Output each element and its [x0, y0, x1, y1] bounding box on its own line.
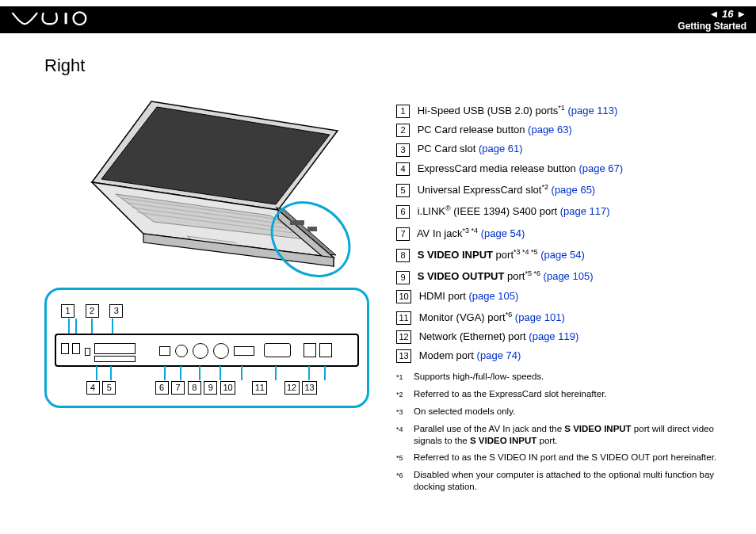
port-item: 12 Network (Ethernet) port (page 119)	[396, 330, 737, 344]
footnote-text: Supports high-/full-/low- speeds.	[414, 371, 544, 383]
footnote: *2Referred to as the ExpressCard slot he…	[396, 388, 737, 401]
item-text: AV In jack*3 *4 (page 54)	[414, 227, 525, 239]
page-link[interactable]: (page 119)	[529, 330, 578, 342]
page-link[interactable]: (page 113)	[568, 105, 618, 116]
item-number: 7	[396, 227, 410, 241]
item-text: Modem port (page 74)	[416, 349, 521, 361]
item-number: 5	[396, 184, 410, 197]
footnote-text: Referred to as the ExpressCard slot here…	[414, 388, 607, 401]
footnote-text: Referred to as the S VIDEO IN port and t…	[414, 452, 716, 464]
vaio-logo	[11, 10, 111, 30]
page-number: 16	[722, 8, 733, 20]
port-item: 9 S VIDEO OUTPUT port*5 *6 (page 105)	[396, 267, 737, 284]
footnote: *4Parallel use of the AV In jack and the…	[396, 423, 737, 447]
footnotes: *1Supports high-/full-/low- speeds.*2Ref…	[396, 371, 737, 493]
callout-13: 13	[302, 381, 317, 395]
footnote-text: Parallel use of the AV In jack and the S…	[414, 423, 737, 447]
item-text: ExpressCard media release button (page 6…	[414, 162, 623, 174]
item-text: PC Card slot (page 61)	[414, 143, 523, 154]
callout-10: 10	[220, 381, 235, 395]
port-item: 10 HDMI port (page 105)	[396, 289, 737, 303]
item-text: i.LINK® (IEEE 1394) S400 port (page 117)	[414, 205, 610, 217]
page-nav: ◄ 16 ►	[709, 8, 746, 20]
port-item: 8 S VIDEO INPUT port*3 *4 *5 (page 54)	[396, 246, 737, 262]
section-title: Getting Started	[678, 21, 746, 32]
item-text: S VIDEO OUTPUT port*5 *6 (page 105)	[414, 270, 593, 282]
item-number: 12	[396, 330, 411, 344]
callout-4: 4	[86, 381, 100, 395]
item-text: Hi-Speed USB (USB 2.0) ports*1 (page 113…	[414, 105, 617, 116]
item-text: HDMI port (page 105)	[416, 290, 518, 302]
next-page-icon[interactable]: ►	[736, 8, 746, 20]
item-number: 10	[396, 290, 411, 303]
callout-6: 6	[155, 381, 169, 395]
item-number: 1	[396, 105, 410, 118]
svg-rect-0	[65, 13, 67, 24]
footnote-text: Disabled when your computer is attached …	[414, 469, 737, 493]
port-item: 3 PC Card slot (page 61)	[396, 142, 737, 156]
port-item: 5 Universal ExpressCard slot*2 (page 65)	[396, 181, 737, 197]
item-number: 8	[396, 249, 410, 262]
port-item: 6 i.LINK® (IEEE 1394) S400 port (page 11…	[396, 202, 737, 219]
port-item: 7 AV In jack*3 *4 (page 54)	[396, 223, 737, 240]
page-link[interactable]: (page 61)	[479, 143, 523, 154]
callout-11: 11	[252, 381, 267, 395]
footnote-marker: *3	[396, 406, 414, 418]
page-link[interactable]: (page 67)	[578, 162, 623, 174]
footnote: *3On selected models only.	[396, 406, 737, 418]
page-link[interactable]: (page 63)	[528, 124, 572, 135]
footnote-marker: *1	[396, 371, 414, 383]
footnote: *6Disabled when your computer is attache…	[396, 469, 737, 493]
item-text: Universal ExpressCard slot*2 (page 65)	[414, 184, 595, 196]
page-link[interactable]: (page 65)	[552, 184, 596, 196]
page-title: Right	[44, 55, 85, 76]
callout-3: 3	[109, 304, 123, 318]
page-link[interactable]: (page 74)	[477, 349, 521, 361]
top-callouts: 1 2 3	[61, 304, 131, 318]
item-text: Network (Ethernet) port (page 119)	[416, 330, 578, 342]
item-number: 11	[396, 311, 411, 325]
prev-page-icon[interactable]: ◄	[709, 8, 720, 20]
item-number: 9	[396, 271, 410, 284]
page-link[interactable]: (page 105)	[544, 270, 594, 282]
port-item: 4 ExpressCard media release button (page…	[396, 162, 737, 176]
laptop-side-body	[55, 334, 359, 367]
callout-2: 2	[86, 304, 99, 318]
footnote: *1Supports high-/full-/low- speeds.	[396, 371, 737, 383]
item-number: 6	[396, 205, 410, 219]
footnote-marker: *6	[396, 469, 414, 493]
item-number: 4	[396, 162, 410, 176]
item-number: 3	[396, 143, 410, 157]
item-text: Monitor (VGA) port*6 (page 101)	[416, 311, 565, 323]
port-item: 13 Modem port (page 74)	[396, 349, 737, 363]
callout-12: 12	[284, 381, 300, 395]
footnote-marker: *4	[396, 423, 414, 447]
footnote-marker: *5	[396, 452, 414, 464]
callout-1: 1	[61, 304, 74, 318]
port-item: 11 Monitor (VGA) port*6 (page 101)	[396, 308, 737, 325]
page-link[interactable]: (page 54)	[540, 249, 585, 261]
laptop-illustration	[68, 95, 361, 281]
callout-8: 8	[188, 381, 201, 395]
item-text: PC Card release button (page 63)	[414, 124, 572, 135]
callout-5: 5	[102, 381, 116, 395]
footnote-text: On selected models only.	[414, 406, 515, 418]
port-item: 1 Hi-Speed USB (USB 2.0) ports*1 (page 1…	[396, 101, 737, 118]
port-listing: 1 Hi-Speed USB (USB 2.0) ports*1 (page 1…	[396, 101, 737, 498]
header-bar: ◄ 16 ► Getting Started	[0, 6, 756, 33]
footnote-marker: *2	[396, 388, 414, 401]
item-number: 2	[396, 124, 410, 137]
page-link[interactable]: (page 54)	[481, 227, 525, 239]
page-link[interactable]: (page 105)	[468, 290, 518, 302]
item-number: 13	[396, 349, 411, 363]
callout-9: 9	[204, 381, 217, 395]
callout-7: 7	[171, 381, 185, 395]
footnote: *5Referred to as the S VIDEO IN port and…	[396, 452, 737, 464]
bottom-callouts: 4 5 6 7 8 9 10 11 12 13	[47, 381, 367, 395]
page-link[interactable]: (page 101)	[515, 311, 565, 323]
page-link[interactable]: (page 117)	[560, 205, 610, 217]
side-view-diagram: 1 2 3	[44, 288, 369, 408]
diagram-area: 1 2 3	[44, 95, 371, 408]
svg-point-1	[74, 12, 86, 25]
item-text: S VIDEO INPUT port*3 *4 *5 (page 54)	[414, 249, 585, 261]
